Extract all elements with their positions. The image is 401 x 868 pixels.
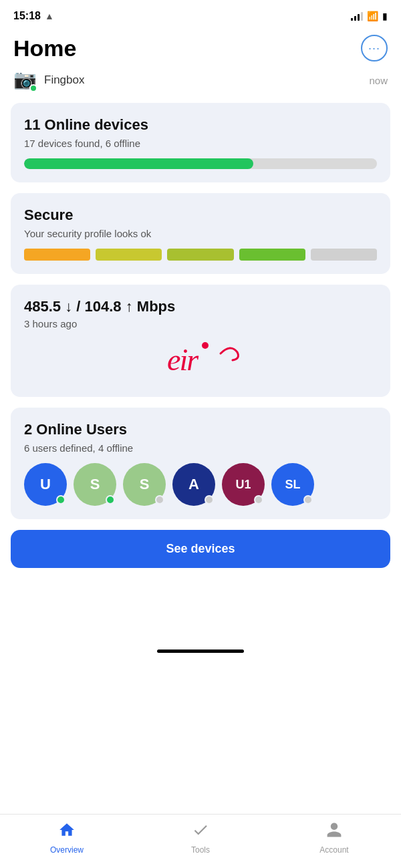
isp-logo: eir: [24, 340, 377, 384]
user-u1-status: [254, 495, 263, 504]
nav-account-label: Account: [319, 845, 348, 855]
page-title: Home: [13, 35, 76, 61]
security-bar-2: [96, 249, 162, 261]
battery-icon: ▮: [382, 11, 388, 21]
nav-item-account[interactable]: Account: [307, 821, 361, 855]
download-speed: 485.5: [24, 298, 61, 315]
user-avatar-sl: SL: [271, 463, 314, 506]
user-s2-status: [155, 495, 164, 504]
security-bar-5: [311, 249, 377, 261]
user-avatar-s1: S: [74, 463, 116, 506]
fingbox-info: 📷 Fingbox: [13, 68, 84, 92]
home-icon: [58, 821, 76, 843]
speed-title: 485.5 ↓ / 104.8 ↑ Mbps: [24, 298, 377, 315]
fingbox-row: 📷 Fingbox now: [0, 64, 401, 103]
bottom-nav: Overview Tools Account: [0, 814, 401, 868]
speed-card: 485.5 ↓ / 104.8 ↑ Mbps 3 hours ago eir: [11, 285, 390, 397]
devices-progress-bar: [24, 158, 377, 169]
nav-tools-label: Tools: [191, 845, 210, 855]
security-bars: [24, 249, 377, 261]
fingbox-time: now: [369, 75, 388, 86]
security-bar-3: [167, 249, 233, 261]
fingbox-name: Fingbox: [44, 74, 84, 87]
nav-item-overview[interactable]: Overview: [40, 821, 94, 855]
nav-item-tools[interactable]: Tools: [174, 821, 227, 855]
user-avatar-u1: U1: [222, 463, 265, 506]
signal-bars-icon: [351, 11, 363, 21]
upload-speed: 104.8: [85, 298, 122, 315]
header: Home ···: [0, 29, 401, 64]
user-avatar-u: U: [24, 463, 67, 506]
user-avatar-a: A: [172, 463, 215, 506]
svg-text:eir: eir: [167, 343, 199, 377]
account-icon: [325, 821, 343, 843]
devices-progress-fill: [24, 158, 253, 169]
secure-card: Secure Your security profile looks ok: [11, 193, 390, 274]
speed-unit: Mbps: [137, 298, 175, 315]
speed-time: 3 hours ago: [24, 318, 377, 329]
online-devices-subtitle: 17 devices found, 6 offline: [24, 138, 377, 149]
online-users-title: 2 Online Users: [24, 421, 377, 438]
upload-arrow: ↑: [126, 298, 137, 315]
online-devices-title: 11 Online devices: [24, 116, 377, 134]
user-a-status: [205, 495, 214, 504]
user-avatar-s2: S: [123, 463, 166, 506]
home-indicator: [157, 649, 244, 653]
online-users-subtitle: 6 users defined, 4 offline: [24, 442, 377, 454]
see-devices-button[interactable]: See devices: [11, 530, 390, 568]
more-button[interactable]: ···: [361, 35, 388, 61]
nav-overview-label: Overview: [50, 845, 84, 855]
users-avatars: U S S A U1 SL: [24, 463, 377, 506]
time-display: 15:18: [13, 10, 41, 22]
online-users-card: 2 Online Users 6 users defined, 4 offlin…: [11, 408, 390, 519]
security-bar-1: [24, 249, 90, 261]
user-s1-status: [106, 495, 115, 504]
fingbox-icon: 📷: [13, 68, 37, 92]
secure-title: Secure: [24, 206, 377, 224]
tools-icon: [192, 821, 209, 843]
security-bar-4: [239, 249, 305, 261]
online-devices-card: 11 Online devices 17 devices found, 6 of…: [11, 103, 390, 182]
status-time: 15:18 ▲: [13, 10, 54, 22]
eir-svg: eir: [160, 340, 241, 377]
online-dot: [29, 84, 37, 92]
secure-subtitle: Your security profile looks ok: [24, 228, 377, 239]
download-arrow: ↓ /: [65, 298, 84, 315]
svg-point-1: [202, 342, 209, 349]
user-u-status: [56, 495, 65, 504]
wifi-icon: 📶: [367, 11, 378, 21]
eir-logo-text: eir: [160, 340, 241, 384]
status-icons: 📶 ▮: [351, 11, 388, 21]
user-sl-status: [303, 495, 313, 504]
location-arrow-icon: ▲: [45, 11, 54, 21]
status-bar: 15:18 ▲ 📶 ▮: [0, 0, 401, 29]
